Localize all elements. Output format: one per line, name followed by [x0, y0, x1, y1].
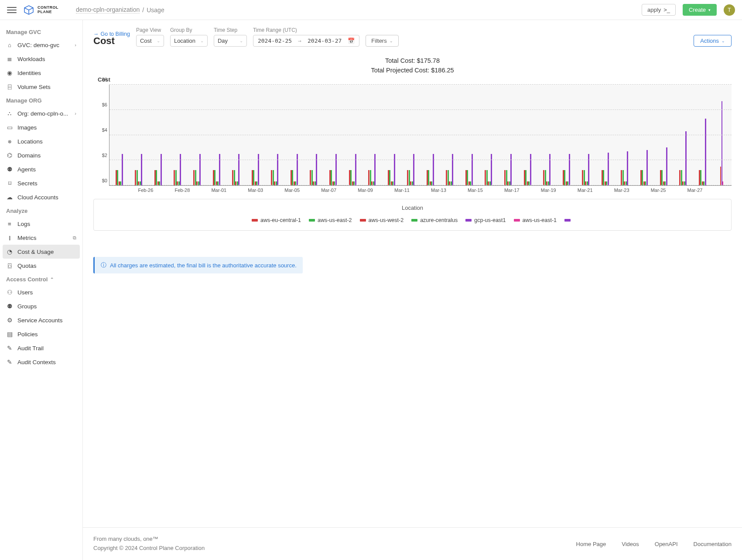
- nav-icon: ⚉: [6, 166, 13, 173]
- footer-link-documentation[interactable]: Documentation: [694, 541, 732, 547]
- sidebar-item-audit-contexts[interactable]: ✎Audit Contexts: [0, 355, 82, 369]
- bar[interactable]: [510, 154, 512, 185]
- bar[interactable]: [297, 154, 298, 185]
- bar[interactable]: [374, 154, 376, 185]
- sidebar-item-quotas[interactable]: ⌼Quotas: [0, 259, 82, 273]
- sidebar-item-cost-usage[interactable]: ◔Cost & Usage: [3, 245, 80, 259]
- sidebar-item-label: Domains: [17, 152, 41, 159]
- bar-group: [421, 85, 440, 185]
- bar-group: [498, 85, 518, 185]
- legend-item[interactable]: aws-eu-central-1: [252, 217, 301, 223]
- sidebar-item-domains[interactable]: ⌬Domains: [0, 148, 82, 162]
- bar[interactable]: [199, 154, 201, 185]
- legend-item[interactable]: aws-us-east-2: [309, 217, 352, 223]
- bar[interactable]: [666, 147, 667, 185]
- bar[interactable]: [161, 154, 162, 185]
- nav-icon: ⎈: [6, 138, 13, 145]
- y-tick: $2: [102, 153, 107, 158]
- apply-button[interactable]: apply >_: [642, 4, 676, 16]
- group-by-select[interactable]: Location ⌄: [170, 35, 208, 47]
- filters-button[interactable]: Filters ⌄: [366, 35, 398, 47]
- bar[interactable]: [705, 119, 706, 185]
- sidebar-heading-analyze: Analyze: [0, 204, 82, 217]
- footer-link-home-page[interactable]: Home Page: [576, 541, 606, 547]
- legend-label: azure-centralus: [420, 217, 458, 223]
- bar[interactable]: [588, 154, 589, 185]
- sidebar-item-label: Audit Contexts: [17, 359, 56, 365]
- bar[interactable]: [530, 154, 531, 185]
- sidebar-item-cloud-accounts[interactable]: ☁Cloud Accounts: [0, 190, 82, 204]
- sidebar-item-images[interactable]: ▭Images: [0, 120, 82, 134]
- bar[interactable]: [646, 150, 648, 185]
- sidebar-item-logs[interactable]: ≡Logs: [0, 217, 82, 231]
- breadcrumb-org-link[interactable]: demo-cpln-organization: [76, 6, 140, 14]
- bar[interactable]: [316, 154, 317, 185]
- actions-button[interactable]: Actions ⌄: [694, 35, 732, 47]
- bar[interactable]: [721, 101, 722, 185]
- bar[interactable]: [685, 131, 687, 185]
- bar[interactable]: [627, 151, 628, 185]
- sidebar-item-label: Secrets: [17, 180, 38, 187]
- legend-item[interactable]: aws-us-east-1: [514, 217, 557, 223]
- footer-link-videos[interactable]: Videos: [622, 541, 639, 547]
- bar[interactable]: [413, 154, 414, 185]
- sidebar-heading-access[interactable]: Access Control ⌃: [0, 273, 82, 285]
- bar[interactable]: [141, 154, 142, 185]
- bar[interactable]: [258, 154, 259, 185]
- bar[interactable]: [394, 154, 395, 185]
- sidebar-item-service-accounts[interactable]: ⚙Service Accounts: [0, 313, 82, 327]
- sidebar-item-label: Users: [17, 289, 33, 296]
- bar[interactable]: [219, 154, 220, 185]
- bar[interactable]: [277, 154, 278, 185]
- bar[interactable]: [549, 154, 551, 185]
- page-view-select[interactable]: Cost ⌄: [136, 35, 164, 47]
- sidebar-item-gvc[interactable]: ⌂ GVC: demo-gvc ›: [0, 38, 82, 52]
- legend-item[interactable]: gcp-us-east1: [465, 217, 506, 223]
- create-button[interactable]: Create ▾: [683, 4, 717, 16]
- sidebar-item-policies[interactable]: ▤Policies: [0, 327, 82, 341]
- sidebar-item-secrets[interactable]: ⌑Secrets: [0, 176, 82, 190]
- sidebar-item-volume-sets[interactable]: ⌸Volume Sets: [0, 80, 82, 94]
- bar[interactable]: [335, 154, 337, 185]
- time-range-picker[interactable]: 2024-02-25 → 2024-03-27 📅: [253, 35, 359, 47]
- sidebar-item-users[interactable]: ⚇Users: [0, 285, 82, 299]
- sidebar-item-locations[interactable]: ⎈Locations: [0, 134, 82, 148]
- menu-toggle[interactable]: [7, 5, 17, 15]
- bar[interactable]: [122, 154, 123, 185]
- time-step-select[interactable]: Day ⌄: [214, 35, 247, 47]
- sidebar-item-label: Groups: [17, 303, 37, 310]
- sidebar-item-audit-trail[interactable]: ✎Audit Trail: [0, 341, 82, 355]
- bar[interactable]: [355, 154, 356, 185]
- chart-y-title: Cost: [98, 76, 732, 83]
- sidebar-item-workloads[interactable]: ≣Workloads: [0, 52, 82, 66]
- legend-swatch: [309, 219, 315, 222]
- bar-group: [362, 85, 382, 185]
- logo[interactable]: CONTROL PLANE: [24, 5, 58, 15]
- legend-item[interactable]: aws-us-west-2: [360, 217, 404, 223]
- bar[interactable]: [608, 153, 609, 185]
- bar[interactable]: [452, 154, 453, 185]
- chart-legend: Location aws-eu-central-1aws-us-east-2aw…: [93, 199, 732, 231]
- legend-item[interactable]: azure-centralus: [411, 217, 458, 223]
- bar[interactable]: [491, 154, 492, 185]
- footer-link-openapi[interactable]: OpenAPI: [655, 541, 678, 547]
- bar[interactable]: [472, 154, 473, 185]
- legend-item[interactable]: [564, 217, 573, 223]
- org-icon: ⛬: [6, 110, 13, 117]
- bar[interactable]: [569, 154, 570, 185]
- sidebar-item-groups[interactable]: ⚉Groups: [0, 299, 82, 313]
- x-tick: Mar-01: [201, 188, 237, 193]
- sidebar-item-metrics[interactable]: ⫿Metrics⧉: [0, 231, 82, 245]
- bar-group: [265, 85, 285, 185]
- x-tick: Mar-23: [603, 188, 640, 193]
- total-cost: Total Cost: $175.78: [93, 57, 732, 64]
- bar-group: [401, 85, 421, 185]
- sidebar-item-label: Policies: [17, 331, 38, 338]
- bar[interactable]: [433, 154, 434, 185]
- sidebar-item-org[interactable]: ⛬ Org: demo-cpln-o... ›: [0, 106, 82, 120]
- bar[interactable]: [180, 154, 181, 185]
- bar[interactable]: [238, 154, 239, 185]
- sidebar-item-agents[interactable]: ⚉Agents: [0, 162, 82, 176]
- sidebar-item-identities[interactable]: ◉Identities: [0, 66, 82, 80]
- user-avatar[interactable]: T: [724, 4, 735, 16]
